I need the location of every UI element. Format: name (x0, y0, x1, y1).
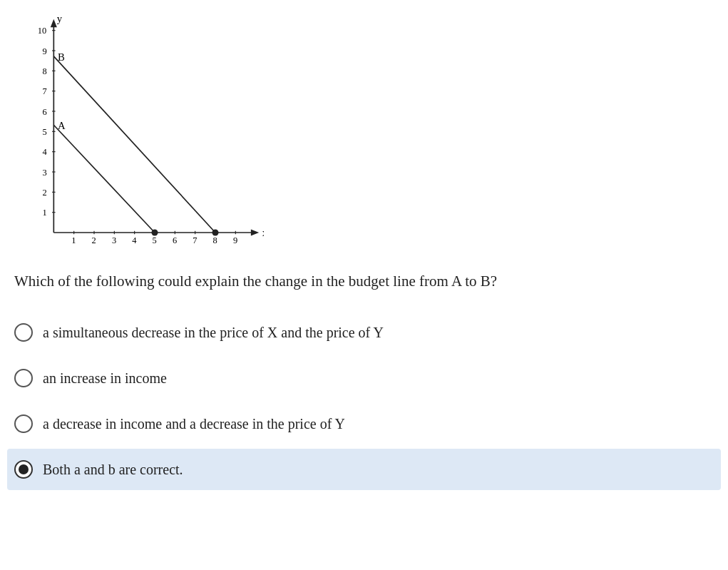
radio-2[interactable] (14, 369, 33, 387)
svg-text:1: 1 (71, 235, 76, 245)
svg-marker-2 (51, 19, 57, 27)
option-label-3: a decrease in income and a decrease in t… (43, 416, 714, 432)
svg-text:2: 2 (42, 188, 46, 198)
svg-text:6: 6 (173, 235, 177, 245)
svg-text:9: 9 (42, 46, 46, 56)
radio-1[interactable] (14, 323, 33, 342)
option-label-2: an increase in income (43, 370, 714, 387)
svg-text:10: 10 (38, 26, 46, 36)
svg-text:3: 3 (42, 168, 46, 178)
svg-text:4: 4 (42, 147, 47, 157)
question-text: Which of the following could explain the… (14, 271, 714, 292)
svg-text:5: 5 (153, 235, 157, 245)
svg-text:1: 1 (42, 208, 46, 218)
option-item-3[interactable]: a decrease in income and a decrease in t… (14, 403, 714, 444)
chart-svg: x y 1 2 3 4 5 6 7 8 9 1 2 3 4 5 6 (21, 14, 264, 257)
x-axis-label: x (262, 227, 264, 238)
svg-text:9: 9 (233, 235, 237, 245)
radio-3[interactable] (14, 414, 33, 433)
budget-line-chart: x y 1 2 3 4 5 6 7 8 9 1 2 3 4 5 6 (21, 14, 264, 257)
dot-b-xintercept (212, 229, 218, 235)
svg-text:2: 2 (92, 235, 96, 245)
y-axis-label: y (57, 14, 63, 24)
svg-text:6: 6 (42, 107, 46, 117)
dot-a-xintercept (151, 229, 158, 235)
svg-text:5: 5 (42, 127, 46, 137)
svg-text:7: 7 (42, 86, 46, 96)
svg-text:8: 8 (213, 235, 217, 245)
svg-text:4: 4 (132, 235, 137, 245)
budget-line-b (53, 56, 215, 233)
option-item-4[interactable]: Both a and b are correct. (7, 449, 721, 490)
option-label-4: Both a and b are correct. (43, 462, 714, 478)
radio-4[interactable] (14, 460, 33, 479)
svg-text:7: 7 (193, 235, 197, 245)
option-item-2[interactable]: an increase in income (14, 357, 714, 399)
option-label-1: a simultaneous decrease in the price of … (43, 325, 714, 341)
label-a: A (58, 120, 66, 131)
label-b: B (58, 51, 65, 63)
svg-marker-3 (251, 229, 259, 235)
option-item-1[interactable]: a simultaneous decrease in the price of … (14, 312, 714, 353)
options-list: a simultaneous decrease in the price of … (14, 312, 714, 490)
budget-line-a (53, 125, 155, 233)
svg-text:3: 3 (112, 235, 116, 245)
svg-text:8: 8 (42, 66, 46, 76)
